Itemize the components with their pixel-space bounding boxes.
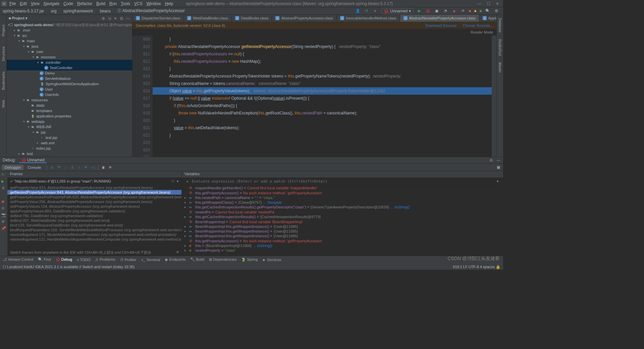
stop-debug-icon[interactable] <box>1 193 6 197</box>
tool-window-button[interactable]: ► Services <box>262 258 281 262</box>
tree-node[interactable]: ▾🖿jsp <box>7 130 132 135</box>
editor-tab[interactable]: JInvocableHandlerMethod.class <box>337 15 400 22</box>
variable-row[interactable]: ▸∞ this.getWrappedClass() = {Class@9757}… <box>182 200 503 205</box>
tree-node[interactable]: CUser <box>7 87 132 92</box>
project-tool-button[interactable]: Project <box>1 25 5 36</box>
maven-tool-button[interactable]: Maven <box>498 62 502 72</box>
stack-frame[interactable]: getPropertyAccessorForPropertyPath:820, … <box>7 195 181 199</box>
gear-icon[interactable]: ⚙ <box>120 16 123 21</box>
add-config-icon[interactable]: ＋ <box>373 8 378 14</box>
web-tool-button[interactable]: Web <box>1 100 5 107</box>
project-tree[interactable]: ▾🞎springboot-web-demo F:\暗月\2021\java安全\… <box>7 22 132 157</box>
resume-icon[interactable]: ▶ <box>1 179 6 184</box>
menu-edit[interactable]: Edit <box>18 1 29 7</box>
view-breakpoints-icon[interactable]: ◉ <box>1 199 6 204</box>
stack-frame[interactable]: resolveArgument:122, HandlerMethodArgume… <box>7 237 181 242</box>
tool-window-button[interactable]: >_ Terminal <box>141 258 160 262</box>
variable-row[interactable]: ▸∞ this.nestedPath + canonicalName + "."… <box>182 195 503 200</box>
force-step-into-icon[interactable]: ⤓ <box>70 165 75 170</box>
stack-frame[interactable]: doBind:207, WebDataBinder (org.springfra… <box>7 218 181 223</box>
pin-tab-icon[interactable]: 📌 <box>1 226 6 231</box>
tool-window-button[interactable]: 🐞 Debug <box>56 257 72 262</box>
tree-node[interactable]: ▾🖿controller <box>7 60 132 65</box>
variable-row[interactable]: ⊘ BeanWrapperImpl = Cannot find local va… <box>182 219 503 224</box>
menu-code[interactable]: Code <box>61 1 75 7</box>
tree-node[interactable]: ▾🖿com <box>7 49 132 54</box>
expand-all-icon[interactable]: ⇲ <box>108 16 111 21</box>
collapse-all-icon[interactable]: ✶ <box>114 16 117 21</box>
stack-frame[interactable]: setPropertyValues:104, AbstractPropertyA… <box>7 204 181 209</box>
tool-window-button[interactable]: ⏱ Profiler <box>120 258 137 262</box>
tool-window-button[interactable]: ◉ Endpoints <box>165 257 185 262</box>
menu-vcs[interactable]: VCS <box>132 1 145 7</box>
download-sources-link[interactable]: Download Sources <box>425 23 456 28</box>
debugger-tab[interactable]: Debugger <box>2 165 23 170</box>
stack-frame[interactable]: setPropertyValue:256, AbstractNestablePr… <box>7 199 181 204</box>
editor-scrollbar[interactable] <box>492 36 496 157</box>
avatar-red-icon[interactable] <box>469 10 471 12</box>
stack-frame[interactable]: doBind:780, DataBinder (org.springframew… <box>7 213 181 218</box>
avatar-green-icon[interactable] <box>480 10 482 12</box>
pause-icon[interactable]: ⏸ <box>1 186 6 191</box>
tree-node[interactable]: ▾🖿webapp <box>7 119 132 124</box>
tree-node[interactable]: ▸🖿.mvn <box>7 28 132 33</box>
filter-frames-icon[interactable]: ▽ <box>171 179 174 184</box>
breadcrumb-segment[interactable]: org <box>51 9 56 13</box>
variable-row[interactable]: ▸∞ this.getCachedIntrospectionResults().… <box>182 205 503 209</box>
bookmarks-tool-button[interactable]: Bookmarks <box>1 71 5 90</box>
drop-frame-icon[interactable]: ✕ <box>83 165 89 170</box>
project-header-title[interactable]: ■ Project ▾ <box>9 16 28 20</box>
database-tool-button[interactable]: Database <box>498 18 502 33</box>
tree-node[interactable]: ▾🖿src <box>7 33 132 38</box>
tree-node[interactable]: CServletInitializer <box>7 76 132 81</box>
breadcrumb-segment[interactable]: beans <box>100 9 111 13</box>
run-config-selector[interactable]: 🐞 Unnamed ▾ <box>381 8 413 14</box>
tree-node[interactable]: ▪web.xml <box>7 140 132 146</box>
minimize-icon[interactable]: — <box>477 1 481 6</box>
tool-window-button[interactable]: 🔨 Build <box>190 257 204 262</box>
avatar-yellow-icon[interactable] <box>474 10 476 12</box>
menu-navigate[interactable]: Navigate <box>42 1 61 7</box>
search-icon[interactable]: 🔍 <box>485 8 490 14</box>
editor-tab[interactable]: JDispatcherServlet.class <box>132 15 184 22</box>
console-tab[interactable]: Console <box>25 165 44 170</box>
trace-current-stream-chain-icon[interactable]: ≋ <box>108 165 113 170</box>
layout-settings-icon[interactable]: ▦ <box>496 165 501 170</box>
close-icon[interactable]: ✕ <box>496 1 499 6</box>
show-execution-point-icon[interactable]: ≡ <box>50 165 55 170</box>
tree-node[interactable]: ▾🖿resources <box>7 97 132 103</box>
rerun-icon[interactable]: ↻ <box>1 172 6 177</box>
menu-tools[interactable]: Tools <box>119 1 132 7</box>
stack-frame[interactable]: bind:129, ServletRequestDataBinder (org.… <box>7 223 181 228</box>
run-to-cursor-icon[interactable]: →| <box>90 165 95 170</box>
tree-node[interactable]: CUserInfo <box>7 92 132 97</box>
step-out-icon[interactable]: ↑ <box>76 165 82 170</box>
new-watch-icon[interactable]: ＋ <box>184 179 190 184</box>
git-update-icon[interactable]: ⟳ <box>460 8 466 14</box>
tree-node[interactable]: ▪index.jsp <box>7 146 132 151</box>
evaluate-expression-icon[interactable]: 🖩 <box>101 165 106 170</box>
frames-menu-icon[interactable]: ▾ <box>177 179 179 184</box>
step-over-icon[interactable]: ↷ <box>56 165 62 170</box>
tree-node[interactable]: 🍃application.properties <box>7 113 132 119</box>
menu-help[interactable]: Help <box>163 1 175 7</box>
code-editor[interactable]: 6096106116126136146156166176186196206216… <box>132 36 496 157</box>
breadcrumb-segment[interactable]: springframework <box>63 9 93 13</box>
menu-refactor[interactable]: Refactor <box>75 1 94 7</box>
stack-frame[interactable]: applyPropertyValues:889, DataBinder (org… <box>7 209 181 213</box>
variable-row[interactable]: ⊘ this.getPropertyAccessor() = No such i… <box>182 238 503 243</box>
get-thread-dump-icon[interactable]: 📷 <box>1 213 6 217</box>
thread-selector[interactable]: ✔ "http-nio-8080-exec-4"@11,055 in group… <box>7 178 181 185</box>
run-icon[interactable]: ▶ <box>417 8 422 14</box>
tree-node[interactable]: ▪.gitignore <box>7 156 132 157</box>
debug-options-icon[interactable]: ⚙ <box>1 219 6 224</box>
choose-sources-link[interactable]: Choose Sources... <box>463 23 493 28</box>
menu-build[interactable]: Build <box>94 1 107 7</box>
variable-row[interactable]: ▸≡ this = {BeanWrapperImpl@11068} ... to… <box>182 243 503 248</box>
variable-row[interactable]: ⊘ this.getPropertyAccessor() = No such i… <box>182 190 503 195</box>
breadcrumb-segment[interactable]: ⓒ AbstractNestablePropertyAccessor <box>117 8 185 14</box>
tree-node[interactable]: 🍃SpringbootWebDemoApplication <box>7 81 132 87</box>
tree-node[interactable]: ▪test.jsp <box>7 135 132 140</box>
stop-icon[interactable]: ■ <box>451 8 457 14</box>
step-into-icon[interactable]: ↓ <box>63 165 68 170</box>
